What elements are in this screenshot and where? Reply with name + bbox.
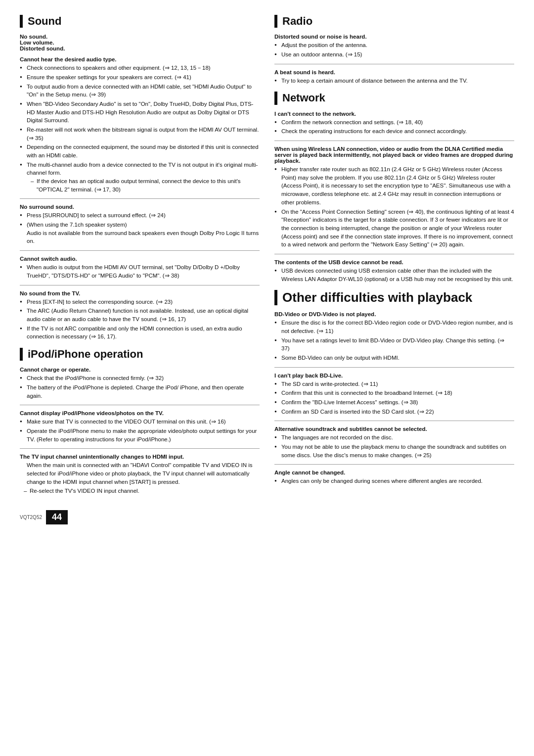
list-item: Some BD-Video can only be output with HD… xyxy=(274,354,514,362)
list-item: If the TV is not ARC compatible and only… xyxy=(20,325,260,341)
cannot-hear-list: Check connections to speakers and other … xyxy=(20,64,260,193)
list-item: To output audio from a device connected … xyxy=(20,83,260,99)
sound-section: Sound No sound. Low volume. Distorted so… xyxy=(20,15,260,341)
page-code: VQT2Q52 xyxy=(20,515,42,520)
angle-list: Angles can only be changed during scenes… xyxy=(274,477,514,485)
divider xyxy=(20,250,260,251)
list-item: The multi-channel audio from a device co… xyxy=(20,161,260,194)
cannot-charge-subsection: Cannot charge or operate. Check that the… xyxy=(20,367,260,400)
alt-soundtrack-title: Alternative soundtrack and subtitles can… xyxy=(274,426,514,432)
bd-not-played-subsection: BD-Video or DVD-Video is not played. Ens… xyxy=(274,311,514,362)
list-item: Depending on the connected equipment, th… xyxy=(20,143,260,159)
bd-not-played-title: BD-Video or DVD-Video is not played. xyxy=(274,311,514,317)
cannot-switch-subsection: Cannot switch audio. When audio is outpu… xyxy=(20,256,260,280)
divider xyxy=(274,367,514,368)
divider xyxy=(274,464,514,465)
cannot-display-title: Cannot display iPod/iPhone videos/photos… xyxy=(20,410,260,416)
list-item: Make sure that TV is connected to the VI… xyxy=(20,418,260,426)
list-item: Confirm the network connection and setti… xyxy=(274,118,514,127)
list-item: The ARC (Audio Return Channel) function … xyxy=(20,307,260,323)
wireless-lan-list: Higher transfer rate router such as 802.… xyxy=(274,165,514,249)
tv-input-title: The TV input channel unintentionally cha… xyxy=(20,454,260,460)
list-item: Confirm that this unit is connected to t… xyxy=(274,389,514,397)
cannot-switch-list: When audio is output from the HDMI AV OU… xyxy=(20,263,260,280)
cannot-connect-list: Confirm the network connection and setti… xyxy=(274,118,514,136)
ipod-title: iPod/iPhone operation xyxy=(20,348,260,361)
list-item: (When using the 7.1ch speaker system)Aud… xyxy=(20,221,260,245)
divider xyxy=(274,141,514,141)
list-item: Ensure the speaker settings for your spe… xyxy=(20,73,260,82)
usb-title: The contents of the USB device cannot be… xyxy=(274,259,514,265)
radio-section: Radio Distorted sound or noise is heard.… xyxy=(274,15,514,85)
divider xyxy=(20,405,260,405)
network-title: Network xyxy=(274,92,514,104)
no-sound-line3: Distorted sound. xyxy=(20,46,260,51)
list-item: Re-master will not work when the bitstre… xyxy=(20,126,260,142)
cannot-charge-list: Check that the iPod/iPhone is connected … xyxy=(20,374,260,400)
left-column: Sound No sound. Low volume. Distorted so… xyxy=(20,15,260,524)
no-sound-tv-list: Press [EXT-IN] to select the correspondi… xyxy=(20,298,260,341)
sub-bullet: If the device has an optical audio outpu… xyxy=(27,177,260,193)
list-item: USB devices connected using USB extensio… xyxy=(274,267,514,283)
beat-sound-title: A beat sound is heard. xyxy=(274,69,514,75)
no-sound-tv-title: No sound from the TV. xyxy=(20,290,260,296)
alt-soundtrack-subsection: Alternative soundtrack and subtitles can… xyxy=(274,426,514,459)
cannot-display-list: Make sure that TV is connected to the VI… xyxy=(20,418,260,443)
right-column: Radio Distorted sound or noise is heard.… xyxy=(274,15,514,524)
no-surround-subsection: No surround sound. Press [SURROUND] to s… xyxy=(20,204,260,245)
bd-not-played-list: Ensure the disc is for the correct BD-Vi… xyxy=(274,319,514,362)
page-num-block: VQT2Q52 44 xyxy=(20,510,260,524)
list-item: Check the operating instructions for eac… xyxy=(274,127,514,136)
divider xyxy=(20,285,260,285)
list-item: The languages are not recorded on the di… xyxy=(274,433,514,442)
cannot-connect-title: I can't connect to the network. xyxy=(274,111,514,117)
distorted-radio-list: Adjust the position of the antenna. Use … xyxy=(274,41,514,58)
no-sound-line1: No sound. xyxy=(20,34,260,40)
page-number: 44 xyxy=(46,510,68,524)
list-item: Check that the iPod/iPhone is connected … xyxy=(20,374,260,382)
no-sound-line2: Low volume. xyxy=(20,40,260,46)
bd-live-list: The SD card is write-protected. (⇒ 11) C… xyxy=(274,380,514,416)
list-item: Angles can only be changed during scenes… xyxy=(274,477,514,485)
cannot-hear-title: Cannot hear the desired audio type. xyxy=(20,56,260,62)
beat-sound-list: Try to keep a certain amount of distance… xyxy=(274,77,514,85)
list-item: Ensure the disc is for the correct BD-Vi… xyxy=(274,319,514,335)
bd-live-title: I can't play back BD-Live. xyxy=(274,373,514,378)
other-section: Other difficulties with playback BD-Vide… xyxy=(274,290,514,485)
wireless-lan-subsection: When using Wireless LAN connection, vide… xyxy=(274,146,514,249)
list-item: Confirm the "BD-Live Internet Access" se… xyxy=(274,398,514,407)
alt-soundtrack-list: The languages are not recorded on the di… xyxy=(274,433,514,459)
list-item: Try to keep a certain amount of distance… xyxy=(274,77,514,85)
angle-title: Angle cannot be changed. xyxy=(274,470,514,475)
bd-live-subsection: I can't play back BD-Live. The SD card i… xyxy=(274,373,514,416)
wireless-lan-title: When using Wireless LAN connection, vide… xyxy=(274,146,514,164)
sound-title: Sound xyxy=(20,15,260,28)
divider xyxy=(20,198,260,199)
list-item: When "BD-Video Secondary Audio" is set t… xyxy=(20,100,260,125)
tv-input-subsection: The TV input channel unintentionally cha… xyxy=(20,454,260,495)
list-item: You may not be able to use the playback … xyxy=(274,443,514,459)
no-sound-subsection: No sound. Low volume. Distorted sound. xyxy=(20,34,260,51)
list-item: Higher transfer rate router such as 802.… xyxy=(274,165,514,206)
list-item: On the "Access Point Connection Setting"… xyxy=(274,208,514,249)
radio-title: Radio xyxy=(274,15,514,28)
tv-input-body: When the main unit is connected with an … xyxy=(20,461,260,486)
no-surround-title: No surround sound. xyxy=(20,204,260,210)
list-item: Confirm an SD Card is inserted into the … xyxy=(274,408,514,416)
distorted-radio-title: Distorted sound or noise is heard. xyxy=(274,34,514,40)
list-item: When audio is output from the HDMI AV OU… xyxy=(20,263,260,280)
list-item: Press [SURROUND] to select a surround ef… xyxy=(20,211,260,220)
no-sound-tv-subsection: No sound from the TV. Press [EXT-IN] to … xyxy=(20,290,260,341)
cannot-charge-title: Cannot charge or operate. xyxy=(20,367,260,373)
cannot-hear-subsection: Cannot hear the desired audio type. Chec… xyxy=(20,56,260,193)
cannot-connect-subsection: I can't connect to the network. Confirm … xyxy=(274,111,514,136)
usb-list: USB devices connected using USB extensio… xyxy=(274,267,514,283)
cannot-switch-title: Cannot switch audio. xyxy=(20,256,260,262)
list-item: The SD card is write-protected. (⇒ 11) xyxy=(274,380,514,388)
network-section: Network I can't connect to the network. … xyxy=(274,92,514,283)
tv-input-sub: Re-select the TV's VIDEO IN input channe… xyxy=(20,487,260,495)
divider xyxy=(274,254,514,254)
divider xyxy=(274,421,514,421)
divider xyxy=(274,64,514,64)
list-item: Press [EXT-IN] to select the correspondi… xyxy=(20,298,260,306)
